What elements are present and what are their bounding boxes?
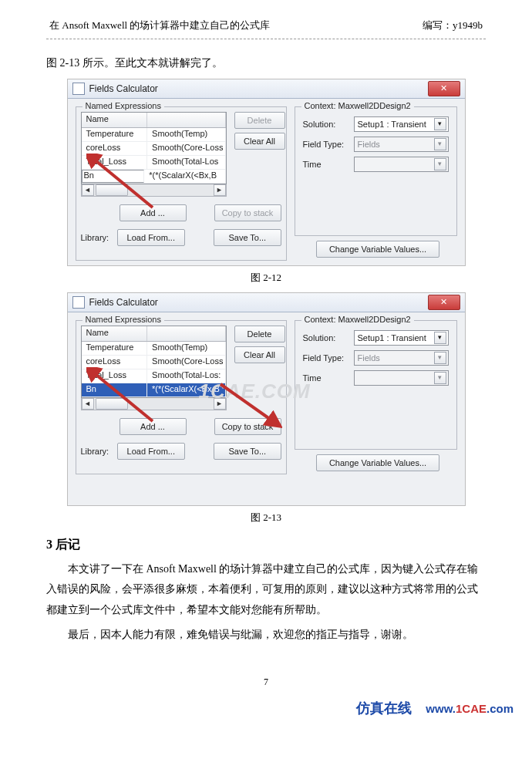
table-row[interactable]: Bn *(*(ScalarX(<Bx,B bbox=[82, 383, 226, 397]
named-expressions-legend: Named Expressions bbox=[82, 315, 164, 324]
add-button[interactable]: Add ... bbox=[120, 204, 187, 221]
named-expressions-legend: Named Expressions bbox=[82, 101, 164, 110]
table-row[interactable]: Total_Loss Smooth(Total-Los bbox=[82, 156, 226, 170]
scroll-right-icon[interactable]: ► bbox=[214, 398, 226, 410]
intro-text: 图 2-13 所示。至此文本就讲解完了。 bbox=[46, 53, 486, 74]
copy-to-stack-button[interactable]: Copy to stack bbox=[214, 204, 281, 221]
add-button[interactable]: Add ... bbox=[120, 418, 187, 435]
close-icon[interactable]: ✕ bbox=[428, 81, 460, 96]
doc-author: 编写：y1949b bbox=[423, 19, 483, 32]
delete-button[interactable]: Delete bbox=[234, 112, 285, 129]
field-type-label: Field Type: bbox=[303, 140, 354, 149]
table-row[interactable]: Bn *(*(ScalarX(<Bx,B bbox=[82, 170, 226, 184]
table-row[interactable]: Temperature Smooth(Temp) bbox=[82, 128, 226, 142]
field-type-select[interactable]: Fields ▾ bbox=[354, 137, 449, 152]
load-from-button[interactable]: Load From... bbox=[117, 443, 184, 460]
time-select[interactable]: ▾ bbox=[354, 370, 449, 386]
col-name-header[interactable]: Name bbox=[82, 113, 148, 127]
field-type-label: Field Type: bbox=[303, 353, 354, 363]
fig13-caption: 图 2-13 bbox=[46, 511, 486, 525]
context-legend: Context: Maxwell2DDesign2 bbox=[301, 315, 414, 324]
chevron-down-icon[interactable]: ▾ bbox=[434, 332, 446, 344]
chevron-down-icon[interactable]: ▾ bbox=[434, 118, 446, 130]
time-label: Time bbox=[303, 373, 354, 383]
chevron-down-icon[interactable]: ▾ bbox=[434, 138, 446, 150]
field-type-select[interactable]: Fields ▾ bbox=[354, 350, 449, 366]
fig12-caption: 图 2-12 bbox=[46, 271, 486, 285]
header-rule bbox=[46, 39, 486, 39]
dialog-title: Fields Calculator bbox=[89, 297, 158, 308]
solution-select[interactable]: Setup1 : Transient ▾ bbox=[354, 116, 449, 132]
scroll-left-icon[interactable]: ◄ bbox=[82, 398, 94, 410]
time-select[interactable]: ▾ bbox=[354, 157, 449, 172]
solution-label: Solution: bbox=[303, 333, 354, 342]
dialog-titlebar: Fields Calculator ✕ bbox=[68, 293, 465, 312]
change-variable-values-button[interactable]: Change Variable Values... bbox=[316, 241, 439, 258]
library-label: Library: bbox=[81, 233, 112, 242]
sys-icon bbox=[72, 296, 85, 309]
scroll-thumb[interactable] bbox=[96, 184, 128, 196]
close-icon[interactable]: ✕ bbox=[428, 295, 460, 310]
clear-all-button[interactable]: Clear All bbox=[234, 133, 285, 150]
doc-title: 在 Ansoft Maxwell 的场计算器中建立自己的公式库 bbox=[49, 19, 270, 32]
brand-text: 仿真在线 bbox=[356, 699, 412, 717]
table-row[interactable]: coreLoss Smooth(Core-Loss bbox=[82, 356, 226, 369]
sys-icon bbox=[72, 83, 85, 95]
delete-button[interactable]: Delete bbox=[234, 326, 285, 342]
solution-select[interactable]: Setup1 : Transient ▾ bbox=[354, 330, 449, 346]
scroll-right-icon[interactable]: ► bbox=[214, 184, 226, 196]
save-to-button[interactable]: Save To... bbox=[214, 229, 281, 246]
copy-to-stack-button[interactable]: Copy to stack bbox=[214, 418, 281, 435]
paragraph-2: 最后，因本人能力有限，难免错误与纰漏，欢迎您的指正与指导，谢谢。 bbox=[46, 625, 486, 646]
scrollbar[interactable]: ◄ ► bbox=[81, 184, 227, 197]
library-label: Library: bbox=[81, 447, 112, 456]
dialog-title: Fields Calculator bbox=[89, 83, 158, 94]
table-row[interactable]: coreLoss Smooth(Core-Loss bbox=[82, 142, 226, 156]
chevron-down-icon[interactable]: ▾ bbox=[434, 158, 446, 170]
chevron-down-icon[interactable]: ▾ bbox=[434, 372, 446, 384]
section-heading: 3 后记 bbox=[46, 537, 486, 553]
dialog-titlebar: Fields Calculator ✕ bbox=[68, 79, 465, 99]
solution-label: Solution: bbox=[303, 120, 354, 129]
scroll-thumb[interactable] bbox=[96, 398, 128, 410]
figure-2-12: Fields Calculator ✕ Named Expressions Na… bbox=[67, 79, 466, 266]
col-name-header[interactable]: Name bbox=[82, 326, 148, 341]
footer: 仿真在线 www.1CAE.com bbox=[0, 696, 532, 730]
expressions-table: Name Temperature Smooth(Temp) coreLoss S… bbox=[81, 326, 227, 398]
figure-2-13: Fields Calculator ✕ Named Expressions Na… bbox=[67, 292, 466, 506]
table-row[interactable]: Total_Loss Smooth(Total-Los: bbox=[82, 369, 226, 383]
paragraph-1: 本文讲了一下在 Ansoft Maxwell 的场计算器中建立自己的公式库，因为… bbox=[46, 559, 486, 621]
site-url[interactable]: www.1CAE.com bbox=[426, 702, 513, 715]
load-from-button[interactable]: Load From... bbox=[117, 229, 184, 246]
scroll-left-icon[interactable]: ◄ bbox=[82, 184, 94, 196]
context-legend: Context: Maxwell2DDesign2 bbox=[301, 101, 414, 110]
save-to-button[interactable]: Save To... bbox=[214, 443, 281, 460]
chevron-down-icon[interactable]: ▾ bbox=[434, 352, 446, 364]
clear-all-button[interactable]: Clear All bbox=[234, 346, 285, 363]
change-variable-values-button[interactable]: Change Variable Values... bbox=[316, 454, 439, 471]
time-label: Time bbox=[303, 160, 354, 169]
scrollbar[interactable]: ◄ ► bbox=[81, 398, 227, 410]
table-row[interactable]: Temperature Smooth(Temp) bbox=[82, 342, 226, 356]
page-number: 7 bbox=[46, 676, 486, 688]
expressions-table: Name Temperature Smooth(Temp) coreLoss S… bbox=[81, 112, 227, 184]
